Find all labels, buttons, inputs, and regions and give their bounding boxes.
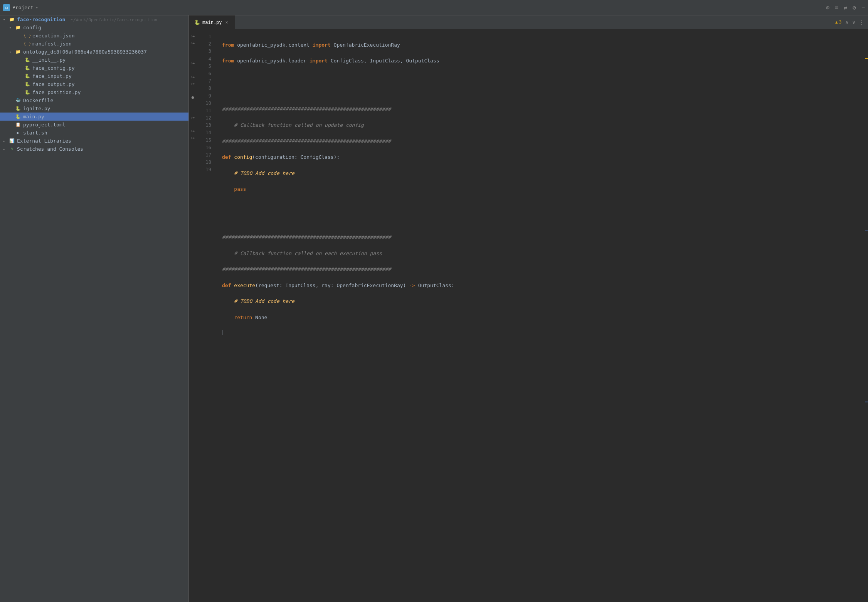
marker-line-1 xyxy=(865,230,868,230)
add-module-icon[interactable]: ⊕ xyxy=(826,4,829,11)
gutter-6 xyxy=(189,67,197,74)
label-ontology: ontology_dc8f06af066e4a7880a593893323603… xyxy=(23,49,147,55)
tree-item-face-input-py[interactable]: 🐍 face_input.py xyxy=(0,72,188,80)
label-execution-json: execution.json xyxy=(32,33,75,39)
ln-16: 16 xyxy=(197,144,211,151)
tab-label: main.py xyxy=(202,20,222,25)
tree-item-ignite-py[interactable]: 🐍 ignite.py xyxy=(0,104,188,113)
switch-icon[interactable]: ⇄ xyxy=(844,4,847,11)
ln-15: 15 xyxy=(197,137,211,144)
folder-icon-ontology: 📁 xyxy=(15,49,22,55)
project-header: ◻ Project ▾ xyxy=(3,4,192,11)
label-main-py: main.py xyxy=(23,114,44,119)
settings-icon[interactable]: ⚙ xyxy=(853,4,856,11)
gutter-5: ⤐ xyxy=(189,60,197,67)
ln-10: 10 xyxy=(197,100,211,107)
icon-scratches: ✎ xyxy=(8,146,15,152)
ln-9: 9 xyxy=(197,92,211,100)
code-content[interactable]: from openfabric_pysdk.context import Ope… xyxy=(216,29,868,602)
code-line-15: ########################################… xyxy=(222,266,862,274)
code-line-19 xyxy=(222,330,862,335)
more-options-icon[interactable]: ⋮ xyxy=(859,19,864,25)
tree-item-ontology[interactable]: ▾ 📁 ontology_dc8f06af066e4a7880a59389332… xyxy=(0,48,188,56)
top-bar: ◻ Project ▾ ⊕ ≡ ⇄ ⚙ − xyxy=(0,0,868,15)
main-layout: ▾ 📁 face-recognition ~/Work/Openfabric/f… xyxy=(0,15,868,602)
label-dockerfile: Dockerfile xyxy=(23,98,53,103)
label-face-position-py: face_position.py xyxy=(32,89,81,95)
label-start-sh: start.sh xyxy=(23,130,47,136)
gutter-4 xyxy=(189,54,197,61)
warning-count: 3 xyxy=(839,20,842,25)
icon-pyproject-toml: 📋 xyxy=(15,122,22,128)
structure-icon[interactable]: ≡ xyxy=(835,4,838,11)
gutter-15: ⤐ xyxy=(189,128,197,135)
ln-18: 18 xyxy=(197,159,211,166)
code-editor[interactable]: ⤐ ⤐ ⤐ ⤐ ⤐ ● ⤐ ⤐ ⤐ xyxy=(189,29,868,602)
gutter-11 xyxy=(189,101,197,108)
arrow-ontology: ▾ xyxy=(9,50,15,54)
gutter-18 xyxy=(189,148,197,155)
tab-close-button[interactable]: × xyxy=(224,19,229,25)
tree-item-external-libraries[interactable]: ▸ 📊 External Libraries xyxy=(0,137,188,145)
scroll-up-icon[interactable]: ∧ xyxy=(845,19,848,25)
scrollbar-markers xyxy=(865,29,868,602)
tab-py-icon: 🐍 xyxy=(194,20,200,25)
warning-icon: ▲ xyxy=(835,20,838,25)
gutter-7: ⤐ xyxy=(189,74,197,81)
gutter-14 xyxy=(189,121,197,128)
tree-item-config[interactable]: ▾ 📁 config xyxy=(0,24,188,32)
ln-11: 11 xyxy=(197,107,211,114)
arrow-face-recognition: ▾ xyxy=(3,18,8,22)
gutter-9 xyxy=(189,87,197,94)
tree-item-face-position-py[interactable]: 🐍 face_position.py xyxy=(0,88,188,96)
gutter-16: ⤐ xyxy=(189,135,197,142)
ln-3: 3 xyxy=(197,48,211,55)
tree-item-init-py[interactable]: 🐍 __init__.py xyxy=(0,56,188,64)
code-line-6: # Callback function called on update con… xyxy=(222,121,862,129)
tree-item-face-config-py[interactable]: 🐍 face_config.py xyxy=(0,64,188,72)
tree-item-face-output-py[interactable]: 🐍 face_output.py xyxy=(0,80,188,88)
label-face-input-py: face_input.py xyxy=(32,73,72,79)
label-face-output-py: face_output.py xyxy=(32,81,75,87)
tab-bar: 🐍 main.py × ▲ 3 ∧ ∨ ⋮ xyxy=(189,15,868,29)
minimize-icon[interactable]: − xyxy=(861,4,865,11)
ln-12: 12 xyxy=(197,114,211,122)
gutter: ⤐ ⤐ ⤐ ⤐ ⤐ ● ⤐ ⤐ ⤐ xyxy=(189,29,197,602)
tree-item-manifest-json[interactable]: { } manifest.json xyxy=(0,40,188,48)
icon-init-py: 🐍 xyxy=(24,57,31,63)
gutter-13: ⤐ xyxy=(189,114,197,121)
tree-item-scratches[interactable]: ▸ ✎ Scratches and Consoles xyxy=(0,145,188,153)
arrow-scratches: ▸ xyxy=(3,147,8,151)
icon-execution-json: { } xyxy=(24,33,31,39)
code-line-7: ########################################… xyxy=(222,137,862,145)
label-init-py: __init__.py xyxy=(32,57,66,63)
scroll-down-icon[interactable]: ∨ xyxy=(852,19,855,25)
folder-icon-face-recognition: 📁 xyxy=(8,17,15,22)
project-icon: ◻ xyxy=(3,4,10,11)
gutter-19 xyxy=(189,155,197,162)
tree-item-pyproject-toml[interactable]: 📋 pyproject.toml xyxy=(0,121,188,129)
tree-item-start-sh[interactable]: ▶ start.sh xyxy=(0,129,188,137)
ln-1: 1 xyxy=(197,33,211,40)
label-face-recognition: face-recognition ~/Work/Openfabric/face-… xyxy=(17,17,157,22)
label-ignite-py: ignite.py xyxy=(23,106,50,111)
icon-face-position-py: 🐍 xyxy=(24,90,31,95)
project-dropdown-arrow[interactable]: ▾ xyxy=(36,5,38,10)
gutter-2: ⤐ xyxy=(189,40,197,47)
folder-icon-config: 📁 xyxy=(15,25,22,30)
tree-item-face-recognition[interactable]: ▾ 📁 face-recognition ~/Work/Openfabric/f… xyxy=(0,15,188,24)
tree-item-execution-json[interactable]: { } execution.json xyxy=(0,32,188,40)
code-line-12 xyxy=(222,217,862,225)
warning-badge: ▲ 3 xyxy=(835,20,841,25)
arrow-external-libraries: ▸ xyxy=(3,139,8,143)
label-manifest-json: manifest.json xyxy=(32,41,72,47)
icon-manifest-json: { } xyxy=(24,41,31,47)
ln-5: 5 xyxy=(197,63,211,70)
tree-item-dockerfile[interactable]: 🐳 Dockerfile xyxy=(0,96,188,104)
tree-item-main-py[interactable]: 🐍 main.py xyxy=(0,113,188,121)
ln-17: 17 xyxy=(197,151,211,159)
code-line-18: return None xyxy=(222,314,862,322)
ln-7: 7 xyxy=(197,77,211,85)
tab-main-py[interactable]: 🐍 main.py × xyxy=(189,15,235,29)
marker-line-2 xyxy=(865,402,868,402)
